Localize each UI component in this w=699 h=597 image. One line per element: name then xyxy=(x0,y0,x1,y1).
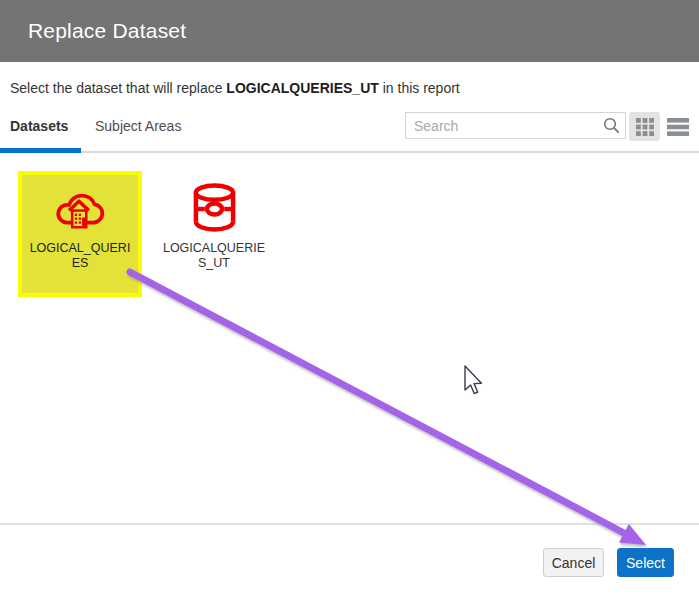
grid-view-icon xyxy=(636,118,654,136)
dataset-tile-logicalqueries-ut[interactable]: LOGICALQUERIE S_UT xyxy=(156,171,272,297)
footer-divider xyxy=(0,523,699,525)
dataset-tile-label: LOGICAL_QUERI ES xyxy=(30,241,131,271)
list-view-icon xyxy=(667,118,689,136)
message-suffix: in this report xyxy=(379,80,460,96)
cloud-dataset-icon xyxy=(55,186,105,232)
message-dataset-name: LOGICALQUERIES_UT xyxy=(226,80,378,96)
dialog-message: Select the dataset that will replace LOG… xyxy=(10,80,460,96)
database-dataset-icon xyxy=(191,183,238,232)
tab-datasets[interactable]: Datasets xyxy=(10,118,68,134)
search-icon xyxy=(603,117,620,134)
dataset-tile-label: LOGICALQUERIE S_UT xyxy=(163,241,265,271)
tab-divider xyxy=(0,151,699,153)
search-input[interactable] xyxy=(405,112,626,139)
dataset-tile-logical-queries[interactable]: LOGICAL_QUERI ES xyxy=(18,171,142,297)
tab-subject-areas[interactable]: Subject Areas xyxy=(95,118,181,134)
list-view-button[interactable] xyxy=(665,115,691,139)
dialog-title: Replace Dataset xyxy=(0,19,186,43)
active-tab-indicator xyxy=(0,148,81,153)
replace-dataset-dialog: Replace Dataset Select the dataset that … xyxy=(0,0,699,597)
grid-view-button[interactable] xyxy=(629,112,660,141)
dialog-header: Replace Dataset xyxy=(0,0,699,62)
cancel-button[interactable]: Cancel xyxy=(543,548,604,577)
message-prefix: Select the dataset that will replace xyxy=(10,80,226,96)
select-button[interactable]: Select xyxy=(617,548,674,577)
